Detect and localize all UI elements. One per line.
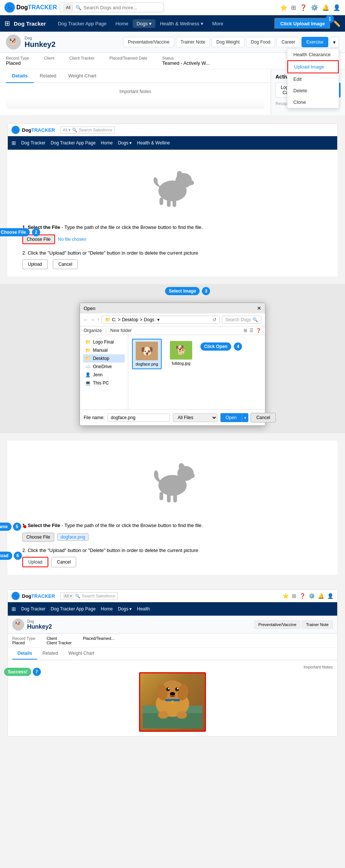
star-icon[interactable]: ⭐ [280, 4, 287, 11]
grid-menu-icon[interactable]: ⊞ [4, 19, 10, 28]
tab-dog-food[interactable]: Dog Food [246, 37, 275, 47]
open-dropdown-btn[interactable]: ▾ [242, 413, 248, 422]
dog-silhouette-area-2 [7, 441, 338, 515]
nav-more[interactable]: More [208, 15, 228, 32]
user-avatar[interactable]: 👤 [333, 4, 341, 11]
dialog-cancel-btn[interactable]: Cancel [251, 413, 275, 422]
new-folder-btn[interactable]: New folder [110, 328, 132, 333]
mini-client-value: Client [46, 636, 72, 641]
mini-result-icons: ⭐ ⊞ ❓ ⚙️ 🔔 👤 [283, 593, 333, 599]
section-4: Image Name 5 1. Select the File - Type t… [0, 433, 345, 582]
search-dialog-box[interactable]: Search Dogs 🔍 [222, 316, 261, 324]
step-4-badge: 4 [234, 342, 242, 351]
sidebar-pc-label: This PC [93, 380, 109, 386]
mini-app-name: DogTRACKER [22, 127, 55, 133]
section-2: 🐾 DogTRACKER All ▾ 🔍 Search Salesforce ⊞… [0, 116, 345, 284]
nav-health[interactable]: Health & Wellness ▾ [155, 15, 208, 32]
mini-tab-weight[interactable]: Weight Chart [63, 648, 100, 660]
tab-trainer-note[interactable]: Trainer Note [176, 37, 210, 47]
file-select-row: Choose File No file chosen [22, 234, 323, 244]
nav-dogs[interactable]: Dogs ▾ [133, 19, 155, 28]
settings-icon[interactable]: ⚙️ [311, 4, 318, 11]
upload-image-button[interactable]: Click Upload Image [274, 18, 331, 29]
all-filter[interactable]: All [63, 4, 73, 11]
mini-tab-preventative[interactable]: Preventative/Vaccine [254, 620, 301, 629]
dropdown-delete[interactable]: Delete [287, 85, 339, 96]
mini-tab-trainer[interactable]: Trainer Note [302, 620, 333, 629]
mini-search[interactable]: All ▾ 🔍 Search Salesforce [60, 127, 115, 134]
dialog-close-icon[interactable]: ✕ [257, 305, 261, 311]
up-icon[interactable]: ↑ [97, 317, 99, 322]
step-3-label: Select Image [165, 287, 200, 295]
mini-info-rt: Record Type Placed [12, 636, 35, 645]
mini-tab-details[interactable]: Details [12, 648, 37, 660]
notification-icon[interactable]: 🔔 [322, 4, 329, 11]
breadcrumb-desktop: Desktop [122, 317, 138, 322]
filetype-select[interactable]: All Files [173, 413, 217, 422]
content-tab-weight-chart[interactable]: Weight Chart [62, 69, 102, 83]
sidebar-onedrive[interactable]: ☁️ OneDrive [83, 363, 125, 371]
sidebar-manual[interactable]: 📁 Manual [83, 346, 125, 354]
no-file-text: No file chosen [58, 237, 86, 242]
mini-info-date: Placed/Teamed... [83, 636, 115, 645]
organize-btn[interactable]: Organize [84, 328, 102, 333]
more-chevron-btn[interactable]: ▾ [330, 37, 339, 48]
upload-btn-container: Click Upload Image 1 [274, 18, 331, 29]
dropdown-edit[interactable]: Edit [287, 73, 339, 85]
file-dialog: Open ✕ ← → ↑ 📁 C: > Desktop > Dogs ▾ ↺ S… [80, 303, 265, 426]
file-item-dogface[interactable]: 🐶 dogface.png [132, 339, 162, 369]
dialog-search-icon: 🔍 [252, 317, 258, 322]
dropdown-health-clearance[interactable]: Health Clearance [287, 49, 339, 60]
mini-top-nav: 🐾 DogTRACKER All ▾ 🔍 Search Salesforce [8, 124, 337, 136]
cancel-btn-2[interactable]: Cancel [51, 557, 76, 567]
upload-btn[interactable]: Upload [22, 259, 48, 269]
more-dropdown-area: ▾ Health Clearance Upload Image Edit Del… [330, 37, 339, 48]
step1-row: 1. Select the File - Type the path of th… [22, 224, 323, 230]
mini-grid-icon: ⊞ [12, 140, 16, 146]
dropdown-clone[interactable]: Clone [287, 96, 339, 108]
mini-result-dog-label: Dog [27, 619, 52, 623]
info-status: Status Teamed - Actively W... [162, 56, 210, 66]
tab-exercise[interactable]: Exercise [302, 37, 328, 47]
tab-career[interactable]: Career [277, 37, 300, 47]
top-search-bar[interactable]: All 🔍 [60, 3, 164, 12]
success-indicator: Success! 7 [4, 668, 41, 676]
folder-icon-2: 📁 [85, 348, 91, 353]
search-input[interactable] [84, 5, 161, 10]
upload-btn-2[interactable]: Upload [22, 557, 48, 567]
back-icon[interactable]: ← [84, 317, 88, 322]
dogface-thumb: 🐶 [136, 342, 158, 360]
choose-file-btn-2[interactable]: Choose File [22, 533, 54, 542]
breadcrumb-dropdown[interactable]: ▾ [157, 317, 159, 322]
main-content: Details Related Weight Chart Important N… [0, 69, 271, 115]
grid-icon[interactable]: ⊞ [291, 4, 296, 11]
nav-home[interactable]: Home [111, 15, 133, 32]
help-dialog-icon[interactable]: ❓ [256, 328, 261, 333]
forward-icon[interactable]: → [90, 317, 95, 322]
mini-tab-related[interactable]: Related [37, 648, 63, 660]
open-btn[interactable]: Open [220, 413, 242, 422]
tab-dog-weight[interactable]: Dog Weight [212, 37, 244, 47]
content-tab-details[interactable]: Details [6, 69, 34, 83]
cancel-btn[interactable]: Cancel [53, 259, 78, 269]
tab-preventative[interactable]: Preventative/Vaccine [123, 37, 174, 47]
filename-input[interactable] [107, 414, 170, 422]
view-icon-1[interactable]: ⊞ [244, 328, 247, 333]
mini-result-search[interactable]: All ▾ 🔍 Search Salesforce [60, 592, 118, 600]
file-item-fulldog[interactable]: 🐕 fulldog.jpg [166, 339, 196, 368]
step2-row: 2. Click the "Upload" button or "Delete"… [22, 250, 323, 256]
view-icon-2[interactable]: ☰ [249, 328, 254, 333]
edit-icon[interactable]: ✏️ [333, 20, 341, 27]
nav-dog-tracker-page[interactable]: Dog Tracker App Page [54, 15, 111, 32]
content-tab-related[interactable]: Related [34, 69, 62, 83]
help-icon[interactable]: ❓ [300, 4, 307, 11]
sidebar-desktop[interactable]: 📁 Desktop [83, 354, 125, 363]
sidebar-jenn[interactable]: 👤 Jenn [83, 371, 125, 379]
sidebar-this-pc[interactable]: 💻 This PC [83, 379, 125, 387]
sidebar-logo-final[interactable]: 📁 Logo Final [83, 338, 125, 346]
info-tracker: Client Tracker [69, 56, 94, 66]
mini-result-record-title: 🐕 Dog Hunkey2 [12, 619, 52, 631]
folder-icon-1: 📁 [85, 339, 91, 345]
dropdown-upload-image[interactable]: Upload Image [287, 60, 339, 73]
refresh-icon[interactable]: ↺ [213, 317, 216, 322]
